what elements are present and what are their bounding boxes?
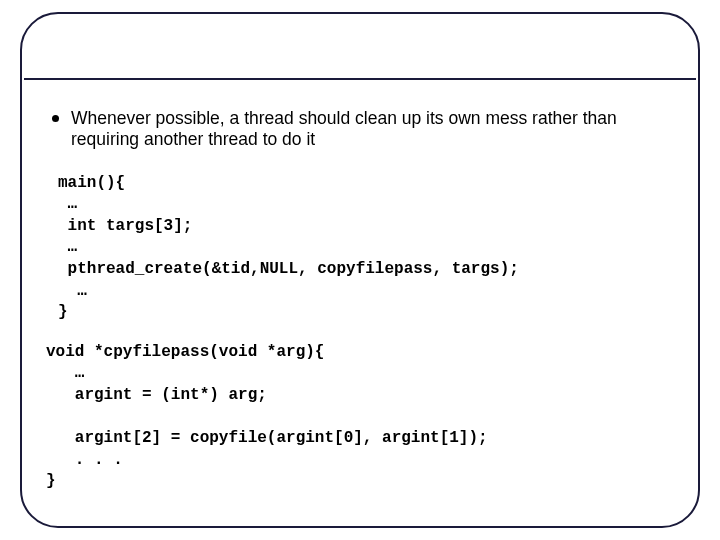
code-block-func: void *cpyfilepass(void *arg){ … argint =… xyxy=(46,342,668,493)
code-block-main: main(){ … int targs[3]; … pthread_create… xyxy=(58,173,668,324)
bullet-item: Whenever possible, a thread should clean… xyxy=(52,108,668,151)
slide-frame: Whenever possible, a thread should clean… xyxy=(20,12,700,528)
header-spacer xyxy=(22,14,698,78)
content-area: Whenever possible, a thread should clean… xyxy=(22,80,698,503)
bullet-dot-icon xyxy=(52,115,59,122)
bullet-text: Whenever possible, a thread should clean… xyxy=(71,108,668,151)
